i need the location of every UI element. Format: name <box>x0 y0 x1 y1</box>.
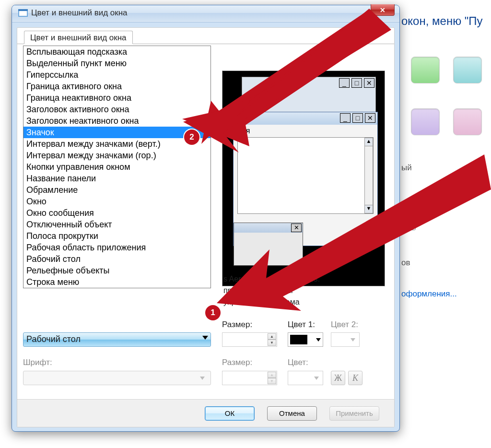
titlebar-text: Цвет и внешний вид окна <box>31 8 128 18</box>
parent-text-fragment-2: ов <box>401 258 410 268</box>
spinner-down-icon[interactable]: ▼ <box>268 340 276 346</box>
close-icon: ✕ <box>365 113 375 123</box>
minimize-icon: _ <box>340 113 351 123</box>
preview-message-window: ✕ <box>234 223 303 266</box>
tab-color-appearance[interactable]: Цвет и внешний вид окна <box>24 31 133 44</box>
dropdown-item[interactable]: Граница активного окна <box>23 81 210 92</box>
preview-active-title-text: ная <box>237 127 250 135</box>
dropdown-item[interactable]: Рельефные объекты <box>23 265 210 276</box>
color1-label: Цвет 1: <box>288 320 315 330</box>
dropdown-item[interactable]: Значок <box>23 127 210 138</box>
window-icon <box>18 9 28 17</box>
dropdown-item[interactable]: Гиперссылка <box>23 69 210 81</box>
preview-area: _ □ ✕ _ □ ✕ ная ▲ <box>222 71 385 286</box>
italic-button-disabled: К <box>348 371 362 385</box>
intensity-slider-thumb[interactable] <box>410 220 416 230</box>
maximize-icon: □ <box>351 78 362 88</box>
dialog-body: Цвет и внешний вид окна _ □ ✕ _ <box>17 27 395 427</box>
dropdown-item[interactable]: Рабочая область приложения <box>23 242 210 253</box>
parent-page-headline: окон, меню "Пу <box>401 14 483 28</box>
element-combobox-value: Рабочий стол <box>26 334 81 344</box>
color-appearance-dialog: Цвет и внешний вид окна Цвет и внешний в… <box>12 5 400 432</box>
dropdown-item[interactable]: Окно сообщения <box>23 207 210 219</box>
color2-picker-disabled <box>331 332 360 347</box>
dropdown-item[interactable]: Всплывающая подсказка <box>23 46 210 58</box>
close-icon: ✕ <box>291 224 302 232</box>
font-size-label: Размер: <box>222 358 252 367</box>
font-combobox-disabled <box>23 371 211 385</box>
scrollbar-up-icon: ▲ <box>364 138 373 146</box>
size-label: Размер: <box>222 320 252 330</box>
svg-rect-1 <box>19 11 27 16</box>
cancel-button[interactable]: Отмена <box>267 406 317 421</box>
dropdown-item[interactable]: Граница неактивного окна <box>23 92 210 104</box>
bold-button-disabled: Ж <box>331 371 345 385</box>
button-bar: ОК Отмена Применить <box>17 399 394 427</box>
preview-caption: s Aero" выберите Windows. применять ко в… <box>223 273 386 308</box>
close-button[interactable] <box>371 4 395 16</box>
dropdown-item[interactable]: Полоса прокрутки <box>23 230 210 242</box>
font-color-picker-disabled <box>288 371 323 385</box>
maximize-icon: □ <box>352 113 363 123</box>
font-color-label: Цвет: <box>288 358 308 367</box>
dropdown-item[interactable]: Заголовок активного окна <box>23 104 210 115</box>
color-swatch-teal[interactable] <box>453 57 482 83</box>
font-size-spinner-disabled: ▲ ▼ <box>222 371 277 385</box>
dropdown-item[interactable]: Интервал между значками (верт.) <box>23 138 210 150</box>
font-label: Шрифт: <box>23 358 52 367</box>
color1-swatch <box>290 335 307 344</box>
element-dropdown-list[interactable]: Всплывающая подсказкаВыделенный пункт ме… <box>23 46 211 288</box>
dropdown-item[interactable]: Обрамление <box>23 184 210 196</box>
chevron-down-icon <box>200 377 205 380</box>
dropdown-item[interactable]: Интервал между значками (гор.) <box>23 150 210 161</box>
preview-active-window: _ □ ✕ ная ▲ ▼ ✕ <box>233 112 378 246</box>
chevron-down-icon <box>202 336 208 340</box>
scrollbar-track <box>364 146 373 205</box>
dropdown-item[interactable]: Кнопки управления окном <box>23 161 210 173</box>
dropdown-item[interactable]: Отключенный объект <box>23 219 210 230</box>
parent-text-fragment-1: ый <box>401 163 412 173</box>
scrollbar-down-icon: ▼ <box>364 205 373 213</box>
dropdown-item[interactable]: Заголовок неактивного окна <box>23 115 210 127</box>
svg-rect-2 <box>18 9 28 11</box>
minimize-icon: _ <box>339 78 350 88</box>
titlebar[interactable]: Цвет и внешний вид окна <box>12 5 399 23</box>
appearance-link-fragment[interactable]: оформления... <box>401 289 457 299</box>
spinner-up-icon: ▲ <box>268 372 276 378</box>
dropdown-item[interactable]: Название панели <box>23 173 210 184</box>
chevron-down-icon <box>314 377 319 380</box>
color-swatch-green[interactable] <box>411 57 440 83</box>
size-spinner[interactable]: ▲ ▼ <box>222 332 277 347</box>
color2-label: Цвет 2: <box>331 320 358 330</box>
close-icon <box>380 6 386 14</box>
annotation-badge-1: 1 <box>205 305 221 320</box>
color1-picker[interactable] <box>288 332 323 347</box>
apply-button-disabled: Применить <box>329 406 379 421</box>
spinner-up-icon[interactable]: ▲ <box>268 333 276 340</box>
ok-button[interactable]: ОК <box>205 406 255 421</box>
dropdown-item[interactable]: Выделенный пункт меню <box>23 58 210 69</box>
chevron-down-icon <box>351 338 355 342</box>
dropdown-item[interactable]: Окно <box>23 196 210 207</box>
color-swatch-pink[interactable] <box>453 108 482 135</box>
spinner-down-icon: ▼ <box>268 378 276 384</box>
color-swatch-purple[interactable] <box>411 108 440 135</box>
element-combobox[interactable]: Рабочий стол <box>23 332 211 347</box>
dropdown-item[interactable]: Рабочий стол <box>23 253 210 265</box>
dropdown-item[interactable]: Строка меню <box>23 276 210 288</box>
chevron-down-icon <box>316 338 321 342</box>
close-icon: ✕ <box>364 78 374 88</box>
annotation-badge-2: 2 <box>184 130 199 145</box>
